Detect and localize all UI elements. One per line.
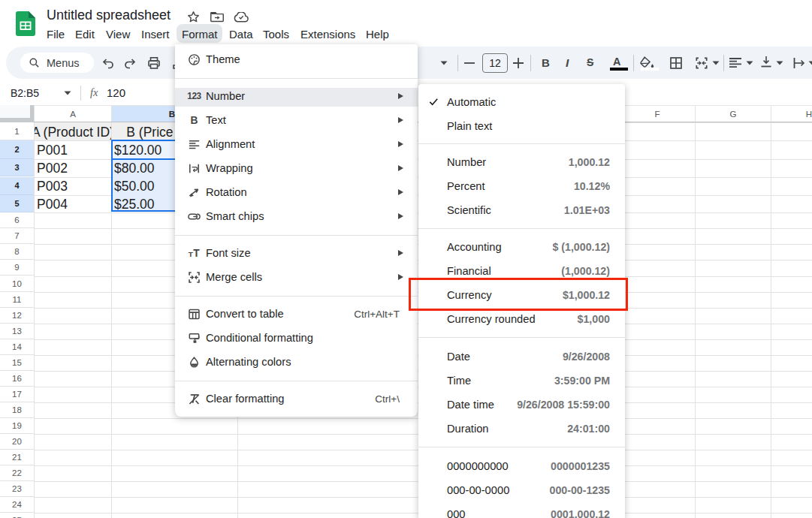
svg-text:T: T <box>193 248 200 259</box>
svg-text:123: 123 <box>187 91 201 101</box>
svg-text:B: B <box>191 115 198 126</box>
svg-text:T: T <box>189 250 193 258</box>
